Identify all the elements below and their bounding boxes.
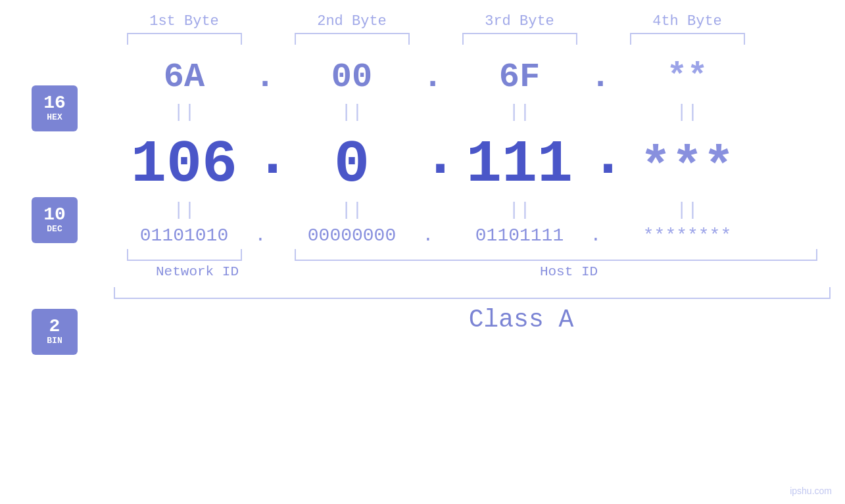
dec-val-2: 0 (334, 131, 370, 198)
host-id-label: Host ID (540, 264, 598, 279)
dec-row: 106 . 0 . 111 . *** (114, 127, 831, 195)
hex-label: HEX (47, 112, 62, 123)
hex-val-2: 00 (331, 58, 372, 97)
byte3-header: 3rd Byte (449, 13, 591, 30)
equals-row-2: || || || || (114, 200, 831, 220)
bin-val-1: 01101010 (140, 225, 228, 246)
id-labels: Network ID Host ID (114, 264, 831, 279)
eq-2: || (341, 102, 363, 122)
hex-badge: 16 HEX (32, 85, 78, 131)
dec-label: DEC (47, 224, 62, 235)
eq2-1: || (173, 200, 195, 220)
class-label-container: Class A (114, 306, 831, 334)
dec-val-1: 106 (131, 131, 237, 198)
full-bottom-bracket (114, 287, 831, 299)
bin-dot-1: . (255, 225, 281, 246)
bin-badge: 2 BIN (32, 309, 78, 355)
watermark: ipshu.com (790, 486, 832, 496)
byte-headers-row: 1st Byte 2nd Byte 3rd Byte 4th Byte (114, 13, 831, 30)
dec-val-4: *** (640, 138, 735, 198)
bin-label: BIN (47, 336, 62, 346)
hex-num: 16 (43, 94, 66, 112)
bin-val-2: 00000000 (308, 225, 396, 246)
eq-3: || (508, 102, 531, 122)
eq-1: || (173, 102, 195, 122)
eq-4: || (676, 102, 698, 122)
byte2-header: 2nd Byte (281, 13, 423, 30)
bin-num: 2 (49, 317, 60, 336)
base-labels: 16 HEX 10 DEC 2 BIN (32, 85, 78, 355)
byte4-header: 4th Byte (617, 13, 758, 30)
bin-dot-3: . (591, 225, 617, 246)
hex-val-3: 6F (499, 58, 540, 97)
hex-val-4: ** (667, 58, 708, 97)
eq2-3: || (508, 200, 531, 220)
hex-dot-1: . (255, 58, 281, 97)
content-area: 1st Byte 2nd Byte 3rd Byte 4th Byte (114, 13, 831, 334)
top-brackets (114, 33, 831, 45)
dec-val-3: 111 (466, 131, 573, 198)
dec-num: 10 (43, 206, 66, 224)
class-label: Class A (469, 306, 574, 334)
hex-row: 6A . 00 . 6F . ** (114, 58, 831, 97)
eq2-4: || (676, 200, 698, 220)
dec-badge: 10 DEC (32, 197, 78, 243)
bin-dot-2: . (423, 225, 449, 246)
main-container: 16 HEX 10 DEC 2 BIN 1st Byte 2nd Byte 3r… (0, 0, 845, 504)
hex-dot-3: . (591, 58, 617, 97)
eq2-2: || (341, 200, 363, 220)
equals-row-1: || || || || (114, 102, 831, 122)
hex-val-1: 6A (164, 58, 205, 97)
network-id-label: Network ID (156, 264, 239, 279)
bin-val-3: 01101111 (475, 225, 564, 246)
bin-row: 01101010 . 00000000 . 01101111 . *******… (114, 225, 831, 246)
bottom-brackets (114, 249, 831, 261)
byte1-header: 1st Byte (114, 13, 255, 30)
bin-val-4: ******** (643, 225, 731, 246)
hex-dot-2: . (423, 58, 449, 97)
